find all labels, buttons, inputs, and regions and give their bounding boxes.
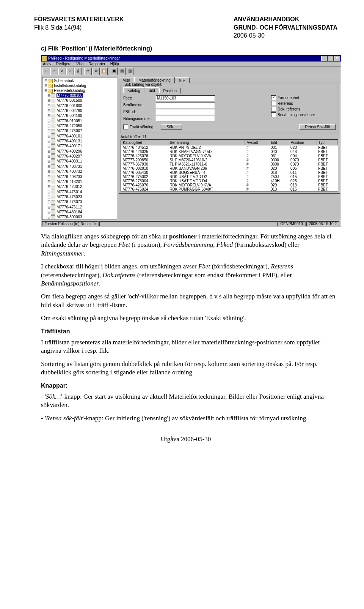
doc-subtitle: GRUND- OCH FÖRVALTNINGSDATA: [234, 24, 337, 32]
section-title: c) Flik 'Position' (i Materielförtecknin…: [41, 45, 337, 52]
tree-item[interactable]: ⊞Schemabok: [44, 78, 116, 83]
tab-sok[interactable]: Sök: [175, 77, 190, 83]
tool-search-icon[interactable]: ⌕: [66, 68, 74, 75]
close-button[interactable]: ×: [334, 56, 340, 61]
maximize-button[interactable]: □: [328, 56, 334, 61]
chk-fornodenhet[interactable]: ✓: [271, 95, 276, 100]
subtab-position[interactable]: Position: [159, 88, 181, 93]
sok-button[interactable]: Sök...: [161, 124, 182, 130]
tree-item[interactable]: ⊞M7776-400131: [44, 139, 116, 144]
tree-item[interactable]: ⊞M7776-413201: [44, 179, 116, 184]
tree-item[interactable]: ⊞M7776-476023: [44, 194, 116, 199]
menu-rapporter[interactable]: Rapporter: [88, 62, 105, 66]
nav-tree[interactable]: ⊞Schemabok⊞Installationskatalog⊞Reservde…: [42, 77, 117, 220]
tab-visa[interactable]: Visa: [119, 77, 134, 83]
ritningsnummer-field[interactable]: [156, 116, 215, 122]
tree-item[interactable]: ⊞Reservdelskatalog: [44, 88, 116, 93]
tree-item[interactable]: ⊞M7776-476112: [44, 205, 116, 210]
tree-item[interactable]: ⊞M7776-400297: [44, 154, 116, 159]
tool-cut-icon[interactable]: ✂: [84, 68, 92, 75]
tree-item[interactable]: ⊞M7776-001800: [44, 103, 116, 108]
tool-copy-icon[interactable]: ⧉: [92, 68, 100, 75]
subtab-bild[interactable]: Bild: [144, 87, 159, 93]
label-exakt: Exakt sökning: [130, 125, 153, 129]
label-dok: Dok. referens: [278, 107, 300, 111]
tool-new-icon[interactable]: □: [42, 68, 50, 75]
table-row[interactable]: M7776-002810RDK BANDVAGN 206#020005FBET: [121, 166, 338, 170]
tool-paste-icon[interactable]: 📋: [100, 68, 108, 75]
tree-item[interactable]: ⊞M7776-408733: [44, 174, 116, 179]
tool-c-icon[interactable]: ▥: [126, 68, 133, 75]
tree-item[interactable]: ⊞M7776-480184: [44, 210, 116, 215]
table-row[interactable]: M7776-475024RDK PUMPAGGR 5848/T#013015FB…: [121, 187, 338, 191]
tree-item[interactable]: ⊞M7776-000180: [44, 93, 116, 98]
col-header[interactable]: Katalogfbet: [121, 140, 168, 145]
table-row[interactable]: M7776-426025RDK KRAFTVAGN 745D#040048FBE…: [121, 150, 338, 154]
fbet-field[interactable]: [156, 95, 215, 101]
statusbar: Torsten Eriksson (te) Redaktör GENPMF910…: [41, 221, 341, 227]
chk-benpos[interactable]: [271, 112, 276, 117]
label-fbet: Fbet:: [123, 96, 156, 100]
tree-item[interactable]: ⊞M7776-476073: [44, 199, 116, 204]
table-row[interactable]: M7777-367830TL F M6621-117011-0#00000070…: [121, 162, 338, 166]
tree-item[interactable]: ⊞M7776-010051: [44, 118, 116, 123]
page-ref: Flik 8 Sida 14(94): [34, 24, 124, 32]
tool-print-icon[interactable]: ⎙: [74, 68, 82, 75]
tree-item[interactable]: ⊞M7776-001500: [44, 98, 116, 103]
fbkod-field[interactable]: [156, 109, 215, 115]
tree-item[interactable]: ⊞M7776-004180: [44, 113, 116, 118]
table-row[interactable]: M7776-005430RDK BOGSERBÅT 4#018011FBET: [121, 170, 338, 175]
tree-item[interactable]: ⊞M7776-500003: [44, 215, 116, 219]
table-row[interactable]: M7776-404512RDK PN-79 DEL 2#001020FBET: [121, 145, 338, 150]
menu-hjalp[interactable]: Hjälp: [110, 62, 119, 66]
table-row[interactable]: M7776-426076RDK MOTORELV 9 KVA#029013FBE…: [121, 183, 338, 187]
org-name: FÖRSVARETS MATERIELVERK: [34, 15, 124, 24]
tree-item[interactable]: ⊞M7776-400171: [44, 144, 116, 148]
subtab-katalog[interactable]: Katalog: [123, 87, 144, 93]
titlebar: PMFred - Redigering Materielförteckninga…: [41, 55, 341, 62]
table-row[interactable]: M7777-200850SL F M8720-419610-2#00000070…: [121, 158, 338, 162]
rensa-button[interactable]: Rensa Sök-fält: [299, 124, 336, 130]
tab-materielforteckning[interactable]: Materielförteckning: [134, 77, 174, 83]
chk-dokreferens[interactable]: [271, 107, 276, 112]
tree-item[interactable]: ⊞M7776-272050: [44, 123, 116, 128]
tree-item[interactable]: ⊞M7776-002760: [44, 108, 116, 113]
status-sys: GENPMF910: [278, 221, 305, 226]
tree-item[interactable]: ⊞M7776-408732: [44, 169, 116, 174]
col-header[interactable]: Avsnitt: [245, 140, 269, 145]
window-title: PMFred - Redigering Materielförteckninga…: [48, 56, 120, 60]
chk-referens[interactable]: [271, 101, 276, 106]
col-header[interactable]: Benämning: [168, 140, 245, 145]
menu-visa[interactable]: Visa: [76, 62, 83, 66]
tree-item[interactable]: ⊞M7776-400101: [44, 134, 116, 139]
tree-item[interactable]: ⊞M7776-420012: [44, 184, 116, 189]
col-header[interactable]: Typ: [317, 140, 337, 145]
label-fbkod: FBKod:: [123, 110, 156, 114]
menu-redigera[interactable]: Redigera: [56, 62, 72, 66]
chk-exakt[interactable]: [123, 125, 128, 129]
heading-trafflistan: Träfflistan: [41, 327, 337, 335]
tool-b-icon[interactable]: ▤: [118, 68, 126, 75]
tree-item[interactable]: ⊞M7776-276007: [44, 128, 116, 133]
group-title: Sök katalog via objekt:: [123, 82, 163, 87]
doc-date: 2006-05-30: [234, 32, 337, 40]
page-header: FÖRSVARETS MATERIELVERK Flik 8 Sida 14(9…: [34, 15, 337, 40]
result-grid[interactable]: KatalogfbetBenämningAvsnittBildPositionT…: [121, 139, 338, 192]
tree-item[interactable]: ⊞M7776-408731: [44, 164, 116, 169]
col-header[interactable]: Position: [289, 140, 317, 145]
table-row[interactable]: M7776-275004RDK UBÅT T VGD D4#410H025FBE…: [121, 179, 338, 183]
tree-item[interactable]: ⊞M7776-476014: [44, 189, 116, 194]
tree-item[interactable]: ⊞Installationskatalog: [44, 83, 116, 88]
menu-arkiv[interactable]: Arkiv: [43, 62, 51, 66]
tool-open-icon[interactable]: ⌂: [50, 68, 58, 75]
tree-item[interactable]: ⊞M7776-400311: [44, 159, 116, 164]
app-icon: [42, 56, 47, 61]
benamning-field[interactable]: [156, 102, 215, 108]
tool-del-icon[interactable]: ✕: [58, 68, 66, 75]
table-row[interactable]: M7776-426076RDK MOTORELV 9 KVA#031004FBE…: [121, 154, 338, 158]
tool-a-icon[interactable]: ▣: [110, 68, 118, 75]
table-row[interactable]: M7776-275002RDK UBÅT T VGD D2#250J015FBE…: [121, 175, 338, 179]
col-header[interactable]: Bild: [269, 140, 289, 145]
tree-item[interactable]: ⊞M7776-400296: [44, 149, 116, 154]
minimize-button[interactable]: _: [321, 56, 327, 61]
